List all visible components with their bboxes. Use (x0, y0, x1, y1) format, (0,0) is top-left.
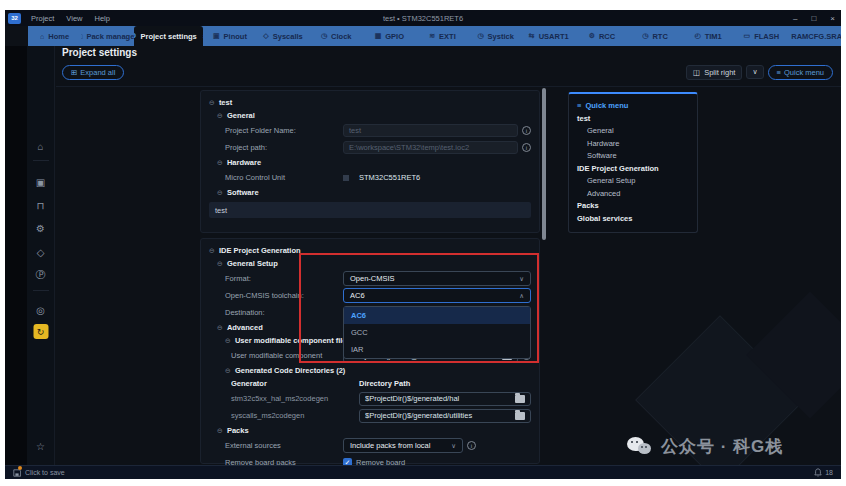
tab-usart1[interactable]: ⇆USART1 (522, 26, 575, 46)
mcu-label: Micro Control Unit (225, 173, 343, 182)
tab-rcc[interactable]: ⚙RCC (575, 26, 628, 46)
split-options-caret[interactable]: ∨ (746, 65, 763, 79)
quick-menu-item-general[interactable]: General (577, 125, 689, 138)
dropdown-option-gcc[interactable]: GCC (344, 324, 530, 341)
config-gear-icon[interactable]: ⚙ (33, 220, 49, 236)
tab-label: TIM1 (705, 32, 722, 41)
dropdown-option-ac6[interactable]: AC6 (344, 307, 530, 324)
general-section-header[interactable]: ⊖General (209, 109, 531, 122)
collapse-icon[interactable]: ⊖ (217, 112, 223, 120)
menu-help[interactable]: Help (94, 14, 109, 23)
tab-label: Pinout (224, 32, 247, 41)
screenshot-page: 32 Project View Help test • STM32C551RET… (0, 0, 846, 486)
collapse-icon[interactable]: ⊖ (209, 247, 215, 255)
info-icon[interactable] (522, 126, 531, 135)
tab-ramcfg-sram[interactable]: ▦RAMCFG.SRAM (788, 26, 841, 46)
collapse-icon[interactable]: ⊖ (217, 324, 223, 332)
tab-label: RTC (652, 32, 667, 41)
badge-star-icon[interactable]: ☆ (33, 438, 49, 454)
toolchain-row: Open-CMSIS toolchain: AC6∧ AC6 GCC IAR (209, 287, 531, 304)
sidebar-divider (33, 290, 49, 291)
project-path-input[interactable]: E:\workspace\STM32\temp\test.ioc2 (343, 141, 518, 154)
software-section-header[interactable]: ⊖Software (209, 186, 531, 199)
menu-view[interactable]: View (66, 14, 82, 23)
info-icon[interactable] (522, 143, 531, 152)
collapse-icon[interactable]: ⊖ (217, 189, 223, 197)
collapse-icon[interactable]: ⊖ (217, 427, 223, 435)
utilities-path-input[interactable]: $ProjectDir()$/generated/utilities (359, 409, 531, 423)
quick-menu-item-packs[interactable]: Packs (577, 200, 689, 213)
collapse-icon[interactable]: ⊖ (209, 99, 215, 107)
info-icon[interactable] (467, 441, 476, 450)
tab-clock[interactable]: ◷Clock (310, 26, 363, 46)
tab-syscalls[interactable]: ◇Syscalls (257, 26, 310, 46)
collapse-icon[interactable]: ⊖ (225, 367, 231, 375)
path-value: $ProjectDir()$/generated/utilities (365, 411, 511, 420)
folder-name-input[interactable]: test (343, 124, 518, 137)
collapse-icon[interactable]: ⊖ (217, 159, 223, 167)
folder-name-row: Project Folder Name: test (209, 122, 531, 139)
tab-project-settings[interactable]: ⚙Project settings× (134, 26, 203, 46)
project-title-row[interactable]: ⊖test (209, 96, 531, 109)
collapse-icon[interactable]: ⊖ (225, 337, 231, 345)
hal-path-input[interactable]: $ProjectDir()$/generated/hal (359, 392, 531, 406)
dropdown-option-iar[interactable]: IAR (344, 341, 530, 358)
notifications-button[interactable]: 18 (814, 468, 833, 477)
quick-menu-item-hardware[interactable]: Hardware (577, 137, 689, 150)
split-icon: ◫ (693, 68, 700, 77)
tab-home[interactable]: ⌂Home (28, 26, 81, 46)
quick-menu-item-software[interactable]: Software (577, 150, 689, 163)
clock-wave-icon[interactable]: ⊓ (33, 197, 49, 213)
window-title: test • STM32C551RET6 (383, 14, 463, 23)
gen-dirs-header[interactable]: ⊖Generated Code Directories (2) (209, 364, 531, 377)
external-sources-select[interactable]: Include packs from local∨ (343, 438, 463, 453)
home-icon[interactable]: ⌂ (33, 138, 49, 154)
maximize-button[interactable]: □ (811, 14, 816, 23)
pinout-chip-icon[interactable]: ▣ (33, 174, 49, 190)
tab-gpio[interactable]: ▦GPIO (363, 26, 416, 46)
folder-icon[interactable] (515, 412, 525, 420)
quick-menu-item-general-setup[interactable]: General Setup (577, 175, 689, 188)
menu-project[interactable]: Project (31, 14, 54, 23)
diamond-icon: ◇ (263, 32, 268, 40)
generator-name: stm32c5xx_hal_ms2codegen (231, 394, 359, 403)
timer-icon: ◴ (695, 32, 701, 40)
target-icon[interactable]: ◎ (33, 302, 49, 318)
minimize-button[interactable]: – (793, 14, 797, 23)
vertical-scrollbar[interactable] (542, 88, 546, 240)
tab-rtc[interactable]: ◷RTC (628, 26, 681, 46)
collapse-icon[interactable]: ⊖ (217, 260, 223, 268)
tab-exti[interactable]: ≋EXTI (416, 26, 469, 46)
tab-pack-manager[interactable]: □Pack manager (81, 26, 134, 46)
close-button[interactable]: × (830, 14, 835, 23)
format-row: Format: Open-CMSIS∨ (209, 270, 531, 287)
wechat-watermark: 公众号 · 科G栈 (627, 435, 783, 458)
toolchain-dropdown: AC6 GCC IAR (343, 306, 531, 359)
tab-pinout[interactable]: ▣Pinout (203, 26, 256, 46)
split-right-button[interactable]: ◫ Split right (686, 65, 742, 80)
folder-icon[interactable] (515, 395, 525, 403)
quick-menu-item-ide-project-generation[interactable]: IDE Project Generation (577, 162, 689, 175)
project-p-icon[interactable]: Ⓟ (33, 267, 49, 283)
tab-tim1[interactable]: ◴TIM1 (682, 26, 735, 46)
pin-diamond-icon[interactable]: ◇ (33, 244, 49, 260)
quick-menu-item-global-services[interactable]: Global services (577, 212, 689, 225)
tab-systick[interactable]: ◷Systick (469, 26, 522, 46)
software-item-test[interactable]: test (209, 202, 531, 218)
tab-flash[interactable]: ▭FLASH (735, 26, 788, 46)
quick-menu-item-advanced[interactable]: Advanced (577, 187, 689, 200)
tab-label: Home (48, 32, 69, 41)
packs-header[interactable]: ⊖Packs (209, 424, 531, 437)
format-select[interactable]: Open-CMSIS∨ (343, 271, 531, 286)
power-refresh-icon[interactable]: ↻ (33, 324, 48, 339)
save-button[interactable]: Click to save (13, 469, 65, 477)
toolchain-select[interactable]: AC6∧ (343, 288, 531, 303)
quick-menu-item-test[interactable]: test (577, 112, 689, 125)
ide-gen-header[interactable]: ⊖IDE Project Generation (209, 244, 531, 257)
expand-all-button[interactable]: ⊞ Expand all (62, 65, 124, 80)
window-controls: – □ × (793, 14, 835, 23)
hamburger-icon: ≡ (777, 68, 781, 77)
general-setup-header[interactable]: ⊖General Setup (209, 257, 531, 270)
hardware-section-header[interactable]: ⊖Hardware (209, 156, 531, 169)
quick-menu-button[interactable]: ≡ Quick menu (768, 65, 833, 80)
